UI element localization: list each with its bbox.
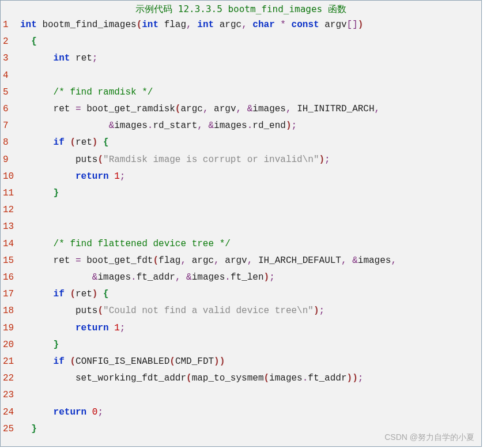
token: ): [220, 356, 225, 367]
line-number: 25: [1, 421, 17, 438]
code-content: }: [17, 421, 37, 438]
token: IH_ARCH_DEFAULT: [252, 255, 341, 266]
token: 0: [92, 407, 98, 417]
token: [20, 188, 54, 198]
code-line: 16 &images.ft_addr, &images.ft_len);: [1, 269, 476, 286]
token: ): [92, 289, 98, 299]
token: ,: [180, 255, 186, 266]
token: argv: [220, 255, 247, 266]
token: ): [214, 356, 220, 367]
token: boot_get_fdt: [81, 255, 153, 266]
line-number: 5: [1, 84, 17, 101]
token: ]: [352, 20, 358, 30]
token: .: [225, 272, 231, 283]
code-content: puts("Ramdisk image is corrupt or invali…: [17, 152, 330, 168]
token: ;: [269, 272, 275, 283]
code-title: 示例代码 12.3.3.5 bootm_find_images 函数: [1, 1, 481, 17]
line-number: 23: [1, 387, 17, 404]
code-content: ret = boot_get_fdt(flag, argc, argv, IH_…: [17, 253, 397, 269]
code-content: int bootm_find_images(int flag, int argc…: [17, 17, 363, 33]
token: images: [358, 255, 391, 266]
token: CMD_FDT: [175, 356, 214, 367]
token: /* find ramdisk */: [54, 87, 153, 97]
line-number: 15: [1, 253, 17, 269]
code-content: [17, 387, 26, 404]
token: images: [192, 272, 225, 283]
token: .: [303, 373, 308, 383]
code-content: {: [17, 33, 37, 50]
token: boot_get_ramdisk: [81, 104, 175, 114]
token: {: [103, 137, 109, 148]
token: images: [97, 272, 131, 283]
token: [20, 356, 54, 367]
token: ,: [236, 104, 242, 114]
token: [109, 323, 115, 333]
token: set_working_fdt_addr: [20, 373, 186, 383]
token: char: [252, 20, 274, 30]
line-number: 6: [1, 101, 17, 118]
code-line: 21 if (CONFIG_IS_ENABLED(CMD_FDT)): [1, 353, 476, 370]
token: [180, 272, 186, 283]
token: &: [208, 121, 214, 131]
line-number: 3: [1, 50, 17, 67]
token: (: [70, 137, 76, 148]
code-content: int ret;: [17, 50, 97, 67]
token: argv: [208, 104, 236, 114]
token: [: [347, 20, 353, 30]
code-content: puts("Could not find a valid device tree…: [17, 303, 324, 319]
line-number: 7: [1, 118, 17, 134]
token: ;: [358, 373, 364, 383]
token: ft_addr: [308, 373, 346, 383]
code-line: 9 puts("Ramdisk image is corrupt or inva…: [1, 152, 476, 168]
token: [20, 272, 92, 283]
token: 1: [114, 171, 120, 182]
token: ;: [319, 306, 325, 316]
token: argc: [186, 255, 214, 266]
token: if: [54, 356, 65, 367]
token: flag: [159, 20, 186, 30]
token: const: [292, 20, 319, 30]
line-number: 21: [1, 353, 17, 370]
code-content: }: [17, 185, 59, 202]
token: (: [263, 373, 269, 383]
code-line: 22 set_working_fdt_addr(map_to_sysmem(im…: [1, 370, 476, 387]
token: &: [186, 272, 192, 283]
token: (: [97, 155, 103, 165]
token: ,: [197, 121, 203, 131]
token: ): [352, 373, 358, 383]
token: if: [54, 137, 65, 148]
line-number: 8: [1, 134, 17, 151]
token: [20, 137, 54, 148]
code-content: if (ret) {: [17, 286, 109, 303]
token: {: [103, 289, 109, 299]
token: ;: [120, 171, 126, 182]
token: int: [197, 20, 214, 30]
token: ): [92, 137, 98, 148]
token: [242, 104, 247, 114]
token: ft_len: [231, 272, 264, 283]
code-line: 12: [1, 202, 476, 219]
code-line: 20 }: [1, 337, 476, 353]
token: (: [137, 20, 142, 30]
token: [20, 407, 54, 417]
code-line: 1int bootm_find_images(int flag, int arg…: [1, 17, 476, 33]
token: "Ramdisk image is corrupt or invalid\n": [103, 155, 319, 165]
token: ret: [20, 255, 76, 266]
token: int: [20, 20, 37, 30]
line-number: 1: [1, 17, 17, 33]
code-content: [17, 67, 26, 84]
token: 1: [114, 323, 120, 333]
token: ): [314, 306, 319, 316]
line-number: 18: [1, 303, 17, 319]
code-content: [17, 219, 26, 235]
token: map_to_sysmem: [192, 373, 264, 383]
code-content: return 1;: [17, 320, 125, 337]
token: .: [148, 121, 153, 131]
token: }: [54, 340, 59, 350]
token: [20, 390, 26, 400]
code-line: 14 /* find flattened device tree */: [1, 236, 476, 253]
code-content: /* find flattened device tree */: [17, 236, 231, 253]
token: [286, 20, 292, 30]
code-line: 7 &images.rd_start, &images.rd_end);: [1, 118, 476, 134]
token: ;: [120, 323, 126, 333]
